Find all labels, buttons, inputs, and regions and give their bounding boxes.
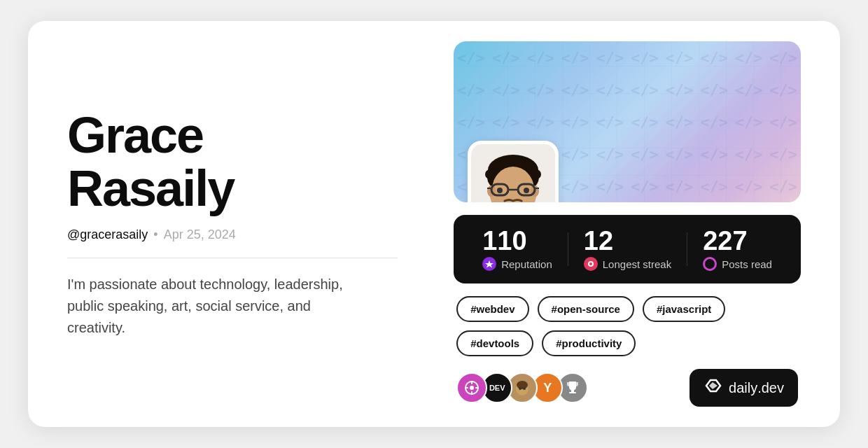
stat-streak: 12 Longest streak	[584, 227, 671, 271]
posts-value: 227	[703, 227, 747, 254]
stat-posts: 227 Posts read	[703, 227, 772, 271]
left-panel: Grace Rasaily @gracerasaily • Apr 25, 20…	[67, 109, 398, 339]
svg-point-35	[523, 387, 526, 390]
svg-point-33	[517, 381, 528, 389]
reputation-value: 110	[482, 227, 526, 254]
stat-divider-2	[687, 232, 687, 266]
streak-icon	[584, 257, 598, 271]
posts-icon	[703, 257, 717, 271]
tag-webdev[interactable]: #webdev	[456, 296, 528, 322]
stat-divider-1	[568, 232, 568, 266]
posts-label-row: Posts read	[703, 257, 772, 271]
avatar	[468, 141, 559, 202]
streak-label: Longest streak	[603, 258, 671, 270]
tag-devtools[interactable]: #devtools	[456, 330, 533, 356]
user-handle-row: @gracerasaily • Apr 25, 2024	[67, 227, 398, 242]
svg-point-34	[519, 387, 522, 390]
source-icons: DEV Y	[456, 372, 582, 403]
reputation-label-row: Reputation	[482, 257, 552, 271]
user-bio: I'm passionate about technology, leaders…	[67, 274, 361, 339]
user-name: Grace Rasaily	[67, 109, 398, 215]
bottom-row: DEV Y daily.dev	[454, 369, 801, 407]
svg-point-25	[589, 262, 592, 265]
svg-rect-36	[571, 389, 574, 392]
stat-reputation: 110 Reputation	[482, 227, 552, 271]
svg-point-21	[497, 188, 503, 193]
stats-bar: 110 Reputation 12 Longest streak	[454, 215, 801, 284]
divider	[67, 258, 398, 258]
svg-rect-37	[569, 392, 576, 393]
source-icon-0	[456, 372, 487, 403]
streak-label-row: Longest streak	[584, 257, 671, 271]
brand-badge: daily.dev	[690, 369, 798, 407]
join-date: Apr 25, 2024	[164, 227, 236, 242]
tags-section: #webdev #open-source #javascript #devtoo…	[454, 296, 801, 356]
profile-banner: </></></></></></></></></></> </></></>…	[454, 41, 801, 202]
avatar-image	[475, 148, 552, 202]
profile-card: Grace Rasaily @gracerasaily • Apr 25, 20…	[28, 21, 840, 427]
streak-value: 12	[584, 227, 613, 254]
right-panel: </></></></></></></></></></> </></></>…	[454, 41, 801, 407]
tag-javascript[interactable]: #javascript	[643, 296, 725, 322]
tag-opensource[interactable]: #open-source	[538, 296, 634, 322]
user-handle: @gracerasaily	[67, 227, 148, 242]
reputation-icon	[482, 257, 496, 271]
brand-text: daily.dev	[729, 380, 784, 396]
brand-logo-icon	[704, 376, 723, 400]
posts-label: Posts read	[722, 258, 772, 270]
svg-point-22	[524, 188, 529, 193]
dot-separator: •	[153, 227, 158, 242]
reputation-label: Reputation	[501, 258, 552, 270]
svg-marker-23	[485, 260, 493, 268]
svg-point-31	[470, 386, 474, 390]
svg-point-12	[531, 169, 541, 179]
tag-productivity[interactable]: #productivity	[542, 330, 636, 356]
